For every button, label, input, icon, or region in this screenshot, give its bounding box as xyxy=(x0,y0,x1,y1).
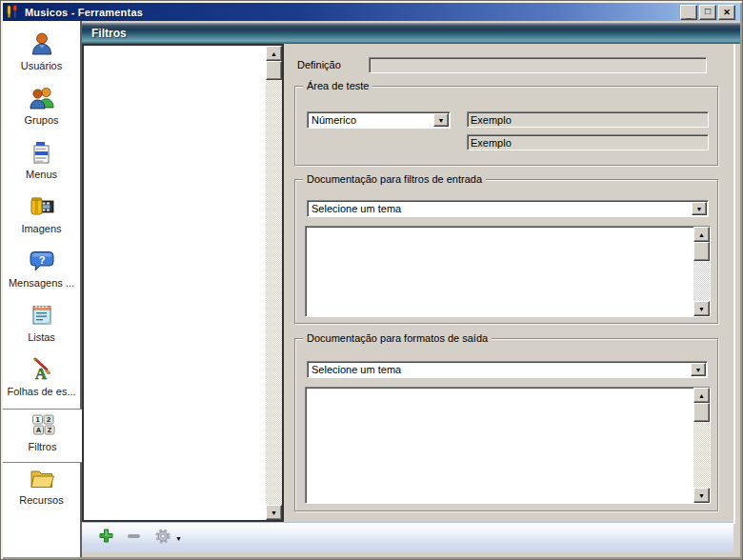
film-roll-icon xyxy=(28,192,56,221)
exemplo2-value: Exemplo xyxy=(471,137,512,149)
scroll-up-button[interactable]: ▲ xyxy=(693,388,710,403)
tema-saida-value: Selecione um tema xyxy=(308,364,690,375)
settings-button[interactable]: ▼ xyxy=(154,528,182,549)
sidebar-item-menus[interactable]: Menus xyxy=(3,137,80,191)
user-icon xyxy=(28,30,56,58)
window-title: Musicos - Ferramentas xyxy=(25,7,143,18)
sort-keys-icon: 1 2 A Z xyxy=(29,410,57,439)
minimize-button[interactable]: _ xyxy=(680,5,697,20)
sidebar-item-imagens[interactable]: Imagens xyxy=(3,191,80,246)
tema-entrada-dropdown-button[interactable]: ▼ xyxy=(692,202,707,215)
sidebar-item-folhas-de-estilo[interactable]: A Folhas de es... xyxy=(3,354,80,409)
exemplo1-value: Exemplo xyxy=(471,114,512,126)
doc-entrada-group: Documentação para filtros de entrada Sel… xyxy=(294,179,718,324)
scroll-up-icon: ▲ xyxy=(698,392,705,399)
filter-listbox[interactable]: ▲ ▼ xyxy=(82,44,284,522)
scroll-down-icon: ▼ xyxy=(271,510,277,516)
area-de-teste-group: Área de teste Númerico ▼ Exemplo Exemplo xyxy=(294,86,718,166)
doc-saida-textarea[interactable]: ▲ ▼ xyxy=(305,387,711,504)
plus-icon xyxy=(99,529,113,547)
maximize-button[interactable]: □ xyxy=(699,5,716,20)
svg-text:1: 1 xyxy=(35,415,39,424)
doc-saida-title: Documentação para formatos de saída xyxy=(303,332,492,344)
doc-saida-scrollbar[interactable]: ▲ ▼ xyxy=(693,388,710,503)
tema-saida-dropdown-button[interactable]: ▼ xyxy=(691,363,706,376)
content-area: Filtros ▲ ▼ Definição Área de teste Núme… xyxy=(82,21,740,557)
sidebar-item-label: Folhas de es... xyxy=(7,386,75,397)
tema-entrada-dropdown[interactable]: Selecione um tema ▼ xyxy=(307,200,709,217)
message-question-icon: ? xyxy=(28,247,56,275)
sidebar-item-label: Menus xyxy=(26,169,57,180)
sidebar-item-grupos[interactable]: Grupos xyxy=(3,83,80,137)
definicao-input[interactable] xyxy=(369,57,707,73)
chevron-down-icon: ▼ xyxy=(695,367,702,373)
scroll-thumb[interactable] xyxy=(693,403,710,422)
tipo-dropdown-button[interactable]: ▼ xyxy=(433,113,449,127)
scroll-thumb[interactable] xyxy=(693,242,710,261)
remove-filter-button[interactable] xyxy=(127,529,141,547)
scroll-thumb[interactable] xyxy=(266,61,282,80)
sidebar-item-label: Filtros xyxy=(29,441,57,452)
definicao-label: Definição xyxy=(297,59,341,70)
tipo-dropdown-value: Númerico xyxy=(308,114,432,126)
svg-text:2: 2 xyxy=(46,415,50,424)
sidebar-item-label: Imagens xyxy=(21,223,61,234)
scroll-up-icon: ▲ xyxy=(271,50,277,57)
panel-header: Filtros xyxy=(82,23,740,44)
sidebar-item-label: Usuários xyxy=(21,60,62,71)
doc-entrada-textarea[interactable]: ▲ ▼ xyxy=(305,226,711,317)
tema-saida-dropdown[interactable]: Selecione um tema ▼ xyxy=(307,361,708,378)
sidebar-item-usuarios[interactable]: Usuários xyxy=(3,29,80,83)
settings-caret-icon: ▼ xyxy=(175,535,182,542)
doc-saida-group: Documentação para formatos de saída Sele… xyxy=(294,338,718,511)
stylesheet-brush-icon: A xyxy=(28,355,56,384)
maximize-icon: □ xyxy=(705,7,711,16)
sidebar-item-recursos[interactable]: Recursos xyxy=(3,463,80,517)
users-group-icon xyxy=(28,84,56,112)
scroll-down-icon: ▼ xyxy=(698,306,705,312)
scroll-down-button[interactable]: ▼ xyxy=(693,488,710,503)
minus-icon xyxy=(127,529,141,547)
scroll-down-icon: ▼ xyxy=(698,492,705,499)
gear-icon xyxy=(154,528,171,549)
menu-window-icon xyxy=(28,138,56,167)
sidebar: Usuários Grupos xyxy=(3,21,82,557)
scroll-up-button[interactable]: ▲ xyxy=(693,227,710,242)
sidebar-item-filtros[interactable]: 1 2 A Z Filtros xyxy=(3,409,82,463)
add-filter-button[interactable] xyxy=(99,529,113,547)
filter-form-panel: Definição Área de teste Númerico ▼ Exemp… xyxy=(284,44,735,524)
close-icon: ✕ xyxy=(723,9,731,17)
chevron-down-icon: ▼ xyxy=(696,206,703,212)
exemplo2-input[interactable]: Exemplo xyxy=(467,134,709,150)
svg-text:A: A xyxy=(35,426,41,434)
sidebar-item-mensagens[interactable]: ? Mensagens ... xyxy=(3,246,80,300)
svg-text:?: ? xyxy=(38,254,45,266)
doc-entrada-title: Documentação para filtros de entrada xyxy=(303,173,486,185)
sidebar-item-label: Listas xyxy=(28,331,55,343)
folder-icon xyxy=(28,464,56,492)
minimize-icon: _ xyxy=(686,11,691,20)
list-scrollbar[interactable]: ▲ ▼ xyxy=(266,46,282,520)
tema-entrada-value: Selecione um tema xyxy=(308,203,691,214)
scroll-down-button[interactable]: ▼ xyxy=(693,301,710,316)
notepad-icon xyxy=(28,301,56,330)
exemplo1-input[interactable]: Exemplo xyxy=(467,111,709,128)
area-de-teste-title: Área de teste xyxy=(303,80,372,91)
scroll-up-button[interactable]: ▲ xyxy=(266,46,282,61)
page-title: Filtros xyxy=(91,27,127,40)
app-window: Musicos - Ferramentas _ □ ✕ Usuários xyxy=(0,0,743,560)
sidebar-item-listas[interactable]: Listas xyxy=(3,300,80,354)
sidebar-item-label: Recursos xyxy=(19,494,63,506)
tools-app-icon xyxy=(6,5,21,19)
scroll-up-icon: ▲ xyxy=(698,231,705,238)
scroll-down-button[interactable]: ▼ xyxy=(266,505,282,520)
close-button[interactable]: ✕ xyxy=(718,5,735,20)
titlebar: Musicos - Ferramentas _ □ ✕ xyxy=(3,3,740,21)
doc-entrada-scrollbar[interactable]: ▲ ▼ xyxy=(693,227,710,316)
list-toolbar: ▼ xyxy=(82,522,733,552)
chevron-down-icon: ▼ xyxy=(438,117,445,124)
svg-text:Z: Z xyxy=(47,426,51,434)
sidebar-item-label: Grupos xyxy=(24,114,58,126)
sidebar-item-label: Mensagens ... xyxy=(9,277,74,289)
tipo-dropdown[interactable]: Númerico ▼ xyxy=(307,111,451,129)
